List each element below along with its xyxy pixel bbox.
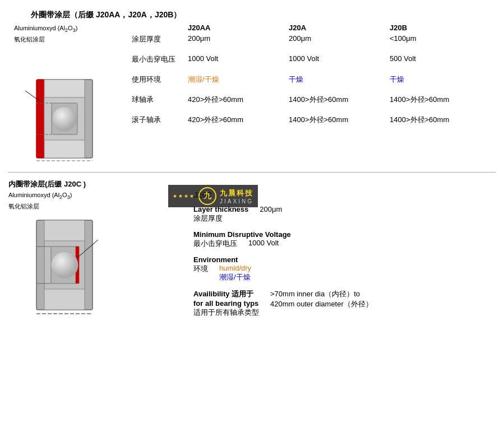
block-sub-layer: 涂层厚度 — [193, 213, 248, 224]
cell-thickness-j20a: 200μm — [289, 34, 390, 43]
block-sub-avail: 适用于所有轴承类型 — [193, 308, 259, 318]
row-availability: Availibility 适用于 for all bearing typs 适用… — [193, 289, 496, 318]
section1-content: Aluminiumoxyd (Al2O3) 氧化铝涂层 — [8, 24, 496, 165]
alum-text2: 氧化铝涂层 — [14, 36, 45, 43]
block-title-avail2: for all bearing typs — [193, 299, 259, 308]
block-availability: Availibility 适用于 for all bearing typs 适用… — [193, 289, 496, 318]
block-sub-env: 环境 — [193, 264, 208, 274]
block-sub-voltage: 最小击穿电压 — [193, 239, 237, 249]
cell-env-j20b: 干燥 — [390, 75, 479, 85]
row-env: 环境 humid/dry 潮湿/干燥 — [193, 264, 496, 282]
table-area: J20AA J20A J20B 涂层厚度 200μm 200μm <100μm … — [121, 24, 496, 165]
cell-ball-j20aa: 420>外径>60mm — [188, 95, 289, 105]
col-header-j20aa: J20AA — [188, 24, 289, 32]
cell-thickness-j20aa: 200μm — [188, 34, 289, 43]
block-val-voltage: 1000 Volt — [248, 239, 279, 247]
cell-roller-j20b: 1400>外径>60mm — [390, 115, 479, 125]
row-ball-bearing: 球轴承 420>外径>60mm 1400>外径>60mm 1400>外径>60m… — [132, 95, 496, 109]
section1: 外圈带涂层（后缀 J20AA，J20A，J20B） Aluminiumoxyd … — [8, 6, 496, 165]
block-min-voltage: Minimum Disruptive Voltage 最小击穿电压 1000 V… — [193, 230, 496, 249]
svg-point-5 — [52, 106, 77, 131]
svg-point-15 — [51, 252, 78, 278]
col-headers: J20AA J20A J20B — [132, 24, 496, 32]
row-layer-thickness: Layer thickness 涂层厚度 200μm — [193, 205, 496, 224]
row-min-voltage: 最小击穿电压 1000 Volt — [193, 239, 496, 249]
inner-bearing-svg — [14, 212, 188, 325]
cell-thickness-j20b: <100μm — [390, 34, 479, 43]
label-voltage: 最小击穿电压 — [132, 54, 188, 64]
block-val-layer: 200μm — [260, 205, 282, 213]
cell-env-j20aa: 潮湿/干燥 — [188, 75, 289, 85]
alum-label: Aluminiumoxyd (Al2O3) 氧化铝涂层 — [14, 24, 77, 44]
cell-roller-j20aa: 420>外径>60mm — [188, 115, 289, 125]
section2-title: 内圈带涂层(后缀 J20C ) — [8, 179, 188, 189]
col-header-j20a: J20A — [289, 24, 390, 32]
block-layer-thickness: Layer thickness 涂层厚度 200μm — [193, 205, 496, 224]
row-roller-bearing: 滚子轴承 420>外径>60mm 1400>外径>60mm 1400>外径>60… — [132, 115, 496, 129]
watermark: ★★★★ 九 九晨科技 JIAXING — [168, 185, 258, 207]
label-roller-bearing: 滚子轴承 — [132, 115, 188, 125]
block-val-env-orange: humid/dry — [219, 264, 251, 272]
block-environment: Environment 环境 humid/dry 潮湿/干燥 — [193, 255, 496, 282]
section1-title: 外圈带涂层（后缀 J20AA，J20A，J20B） — [31, 10, 496, 20]
cell-voltage-j20b: 500 Volt — [390, 54, 479, 63]
cell-ball-j20b: 1400>外径>60mm — [390, 95, 479, 105]
label-thickness: 涂层厚度 — [132, 34, 188, 44]
row-thickness: 涂层厚度 200μm 200μm <100μm — [132, 34, 496, 49]
alum2-text1: Aluminiumoxyd (Al2O3) — [8, 192, 72, 198]
alum-text1: Aluminiumoxyd (Al2O3) — [14, 25, 77, 31]
section2-alum-label: Aluminiumoxyd (Al2O3) 氧化铝涂层 — [8, 190, 188, 211]
cell-voltage-j20a: 1000 Volt — [289, 54, 390, 63]
section-divider — [8, 172, 496, 173]
cell-voltage-j20aa: 1000 Volt — [188, 54, 289, 63]
cell-ball-j20a: 1400>外径>60mm — [289, 95, 390, 105]
svg-rect-1 — [36, 80, 44, 158]
block-val-avail2: 420mm outer diameter（外径） — [270, 299, 373, 309]
label-ball-bearing: 球轴承 — [132, 95, 188, 105]
block-title-voltage: Minimum Disruptive Voltage — [193, 230, 496, 239]
block-title-env: Environment — [193, 255, 496, 264]
cell-roller-j20a: 1400>外径>60mm — [289, 115, 390, 125]
page: 外圈带涂层（后缀 J20AA，J20A，J20B） Aluminiumoxyd … — [0, 0, 504, 442]
cell-env-j20a: 干燥 — [289, 75, 390, 85]
alum2-text2: 氧化铝涂层 — [8, 203, 39, 210]
row-voltage: 最小击穿电压 1000 Volt 1000 Volt 500 Volt — [132, 54, 496, 69]
inner-bearing-section: 内圈带涂层(后缀 J20C ) Aluminiumoxyd (Al2O3) 氧化… — [8, 179, 188, 325]
block-val-avail1: >70mm inner dia（内径）to — [270, 289, 373, 299]
watermark-text: 九晨科技 JIAXING — [220, 188, 253, 204]
watermark-circle: 九 — [198, 187, 216, 205]
col-header-j20b: J20B — [390, 24, 479, 32]
outer-bearing-diagram: Aluminiumoxyd (Al2O3) 氧化铝涂层 — [8, 24, 121, 165]
block-val-env-blue: 潮湿/干燥 — [219, 272, 251, 282]
outer-bearing-svg — [20, 74, 121, 165]
label-environment: 使用环境 — [132, 75, 188, 85]
block-title-avail1: Availibility 适用于 — [193, 289, 259, 299]
row-environment: 使用环境 潮湿/干燥 干燥 干燥 — [132, 75, 496, 89]
